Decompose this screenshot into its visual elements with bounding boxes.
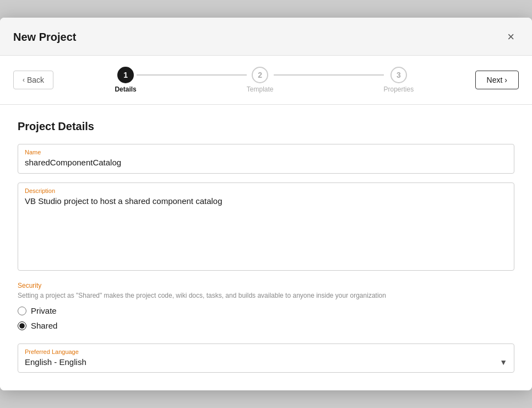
new-project-modal: New Project × ‹ Back 1 Details 2 Templat…: [0, 18, 532, 390]
shared-radio[interactable]: [18, 321, 26, 330]
back-chevron-icon: ‹: [23, 76, 25, 84]
private-radio-label: Private: [31, 306, 57, 315]
section-title: Project Details: [18, 120, 514, 133]
close-button[interactable]: ×: [503, 28, 519, 46]
shared-radio-label: Shared: [31, 321, 57, 330]
step-1: 1 Details: [115, 67, 136, 93]
step-line-1: [137, 74, 247, 76]
language-select[interactable]: English - English French - Français Germ…: [25, 357, 500, 367]
private-radio-option[interactable]: Private: [18, 306, 514, 315]
modal-body: Project Details Name Description Securit…: [0, 105, 532, 390]
preferred-language-label: Preferred Language: [25, 348, 507, 355]
step-2-label: Template: [247, 85, 274, 93]
step-1-label: Details: [115, 85, 136, 93]
step-2-circle: 2: [252, 67, 268, 83]
step-3: 3 Properties: [384, 67, 414, 93]
private-radio[interactable]: [18, 307, 26, 315]
preferred-language-row: English - English French - Français Germ…: [25, 357, 507, 367]
next-chevron-icon: ›: [504, 76, 507, 84]
preferred-language-group: Preferred Language English - English Fre…: [18, 343, 514, 373]
name-field-group: Name: [18, 144, 514, 174]
description-field-group: Description: [18, 182, 514, 271]
step-2: 2 Template: [247, 67, 274, 93]
step-line-2: [274, 74, 384, 76]
modal-header: New Project ×: [0, 18, 532, 56]
stepper-bar: ‹ Back 1 Details 2 Template: [0, 56, 532, 105]
modal-title: New Project: [13, 31, 76, 44]
name-label: Name: [25, 149, 507, 155]
next-label: Next: [487, 76, 503, 84]
step-1-circle: 1: [117, 67, 134, 83]
name-input[interactable]: [25, 158, 507, 167]
next-button[interactable]: Next ›: [475, 71, 519, 89]
description-textarea[interactable]: [25, 196, 507, 262]
step-3-label: Properties: [384, 85, 414, 93]
dropdown-arrow-icon: ▼: [500, 358, 507, 367]
security-label: Security: [18, 282, 514, 289]
security-note: Setting a project as "Shared" makes the …: [18, 292, 514, 299]
back-label: Back: [27, 76, 44, 84]
description-label: Description: [25, 187, 507, 194]
security-section: Security Setting a project as "Shared" m…: [18, 282, 514, 330]
stepper: 1 Details 2 Template 3 Properties: [53, 67, 475, 93]
back-button[interactable]: ‹ Back: [13, 71, 53, 89]
shared-radio-option[interactable]: Shared: [18, 321, 514, 330]
step-3-circle: 3: [390, 67, 407, 83]
